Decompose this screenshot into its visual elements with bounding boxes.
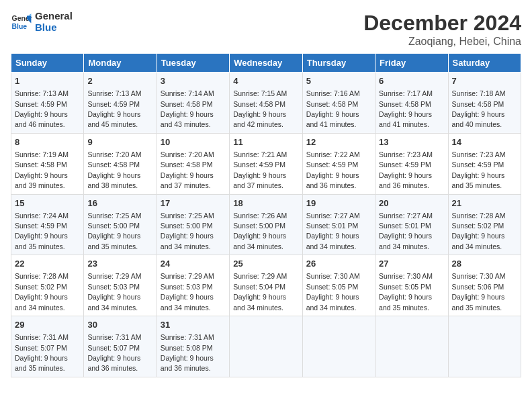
day-daylight: Daylight: 9 hours and 38 minutes. xyxy=(87,171,140,189)
page-header: General Blue General Blue December 2024 … xyxy=(11,11,521,48)
day-number: 23 xyxy=(87,258,152,270)
logo-line2: Blue xyxy=(35,22,73,34)
day-daylight: Daylight: 9 hours and 36 minutes. xyxy=(161,354,214,372)
day-number: 29 xyxy=(15,319,80,331)
day-sunrise: Sunrise: 7:31 AM xyxy=(161,333,214,341)
calendar-cell: 22Sunrise: 7:28 AMSunset: 5:02 PMDayligh… xyxy=(11,255,84,316)
day-daylight: Daylight: 9 hours and 34 minutes. xyxy=(306,293,359,311)
day-number: 24 xyxy=(161,258,226,270)
day-sunrise: Sunrise: 7:15 AM xyxy=(233,89,287,97)
day-number: 15 xyxy=(15,197,80,210)
day-number: 13 xyxy=(379,136,444,148)
day-sunset: Sunset: 5:01 PM xyxy=(306,222,359,230)
header-saturday: Saturday xyxy=(448,54,521,73)
calendar-cell: 11Sunrise: 7:21 AMSunset: 4:59 PMDayligh… xyxy=(230,133,302,194)
day-sunset: Sunset: 4:58 PM xyxy=(306,100,359,108)
day-sunrise: Sunrise: 7:13 AM xyxy=(15,89,69,97)
calendar-cell: 9Sunrise: 7:20 AMSunset: 4:58 PMDaylight… xyxy=(84,133,157,194)
day-sunset: Sunset: 5:04 PM xyxy=(233,283,285,291)
calendar-cell xyxy=(375,316,448,377)
header-friday: Friday xyxy=(375,54,448,73)
day-daylight: Daylight: 9 hours and 39 minutes. xyxy=(15,171,68,189)
calendar-cell: 23Sunrise: 7:29 AMSunset: 5:03 PMDayligh… xyxy=(84,255,157,316)
calendar-cell: 28Sunrise: 7:30 AMSunset: 5:06 PMDayligh… xyxy=(448,255,521,316)
day-number: 31 xyxy=(161,319,226,331)
day-daylight: Daylight: 9 hours and 40 minutes. xyxy=(452,110,505,128)
calendar-cell: 10Sunrise: 7:20 AMSunset: 4:58 PMDayligh… xyxy=(157,133,229,194)
calendar-cell: 26Sunrise: 7:30 AMSunset: 5:05 PMDayligh… xyxy=(302,255,375,316)
calendar-cell: 30Sunrise: 7:31 AMSunset: 5:07 PMDayligh… xyxy=(84,316,157,377)
calendar-cell: 14Sunrise: 7:23 AMSunset: 4:59 PMDayligh… xyxy=(448,133,521,194)
day-sunrise: Sunrise: 7:20 AM xyxy=(87,150,141,158)
calendar-cell: 17Sunrise: 7:25 AMSunset: 5:00 PMDayligh… xyxy=(157,194,229,255)
day-number: 20 xyxy=(379,197,444,210)
day-daylight: Daylight: 9 hours and 34 minutes. xyxy=(379,232,432,250)
day-number: 19 xyxy=(306,197,371,210)
day-sunrise: Sunrise: 7:26 AM xyxy=(233,212,287,220)
day-sunrise: Sunrise: 7:27 AM xyxy=(306,212,360,220)
day-sunrise: Sunrise: 7:31 AM xyxy=(87,333,141,341)
header-wednesday: Wednesday xyxy=(230,54,302,73)
day-number: 28 xyxy=(452,258,517,270)
logo: General Blue General Blue xyxy=(11,11,73,33)
day-daylight: Daylight: 9 hours and 37 minutes. xyxy=(161,171,214,189)
day-sunrise: Sunrise: 7:29 AM xyxy=(233,272,287,280)
day-sunset: Sunset: 5:03 PM xyxy=(161,283,213,291)
calendar-cell xyxy=(230,316,302,377)
day-number: 9 xyxy=(87,136,152,148)
day-sunset: Sunset: 5:03 PM xyxy=(87,283,140,291)
svg-text:Blue: Blue xyxy=(12,22,28,30)
calendar-cell: 2Sunrise: 7:13 AMSunset: 4:59 PMDaylight… xyxy=(84,73,157,134)
day-daylight: Daylight: 9 hours and 35 minutes. xyxy=(379,293,432,311)
day-daylight: Daylight: 9 hours and 35 minutes. xyxy=(452,293,505,311)
day-sunrise: Sunrise: 7:25 AM xyxy=(87,212,141,220)
day-sunset: Sunset: 4:58 PM xyxy=(87,161,140,169)
day-sunset: Sunset: 4:58 PM xyxy=(233,100,285,108)
calendar-cell: 5Sunrise: 7:16 AMSunset: 4:58 PMDaylight… xyxy=(302,73,375,134)
day-sunset: Sunset: 4:59 PM xyxy=(15,222,67,230)
calendar-week-2: 8Sunrise: 7:19 AMSunset: 4:58 PMDaylight… xyxy=(11,133,521,194)
calendar-week-1: 1Sunrise: 7:13 AMSunset: 4:59 PMDaylight… xyxy=(11,73,521,134)
day-sunrise: Sunrise: 7:23 AM xyxy=(379,150,433,158)
calendar-cell: 24Sunrise: 7:29 AMSunset: 5:03 PMDayligh… xyxy=(157,255,229,316)
day-sunset: Sunset: 4:59 PM xyxy=(87,100,140,108)
day-sunrise: Sunrise: 7:29 AM xyxy=(87,272,141,280)
calendar-cell: 12Sunrise: 7:22 AMSunset: 4:59 PMDayligh… xyxy=(302,133,375,194)
calendar-cell: 3Sunrise: 7:14 AMSunset: 4:58 PMDaylight… xyxy=(157,73,229,134)
header-sunday: Sunday xyxy=(11,54,84,73)
day-daylight: Daylight: 9 hours and 35 minutes. xyxy=(15,354,68,372)
day-sunset: Sunset: 4:58 PM xyxy=(379,100,431,108)
day-number: 4 xyxy=(233,75,298,87)
day-sunset: Sunset: 4:59 PM xyxy=(306,161,359,169)
day-number: 18 xyxy=(233,197,298,210)
header-thursday: Thursday xyxy=(302,54,375,73)
day-number: 16 xyxy=(87,197,152,210)
calendar-cell xyxy=(302,316,375,377)
day-sunrise: Sunrise: 7:23 AM xyxy=(452,150,506,158)
day-sunrise: Sunrise: 7:28 AM xyxy=(15,272,69,280)
day-sunset: Sunset: 5:00 PM xyxy=(87,222,140,230)
calendar-cell: 25Sunrise: 7:29 AMSunset: 5:04 PMDayligh… xyxy=(230,255,302,316)
day-number: 2 xyxy=(87,75,152,87)
day-number: 8 xyxy=(15,136,80,148)
day-number: 5 xyxy=(306,75,371,87)
day-daylight: Daylight: 9 hours and 43 minutes. xyxy=(161,110,214,128)
day-number: 26 xyxy=(306,258,371,270)
calendar-cell: 19Sunrise: 7:27 AMSunset: 5:01 PMDayligh… xyxy=(302,194,375,255)
calendar-cell: 6Sunrise: 7:17 AMSunset: 4:58 PMDaylight… xyxy=(375,73,448,134)
day-sunset: Sunset: 5:05 PM xyxy=(306,283,359,291)
day-number: 25 xyxy=(233,258,298,270)
day-number: 21 xyxy=(452,197,517,210)
day-daylight: Daylight: 9 hours and 34 minutes. xyxy=(87,293,140,311)
calendar-subtitle: Zaoqiang, Hebei, China xyxy=(363,36,521,48)
day-sunset: Sunset: 5:07 PM xyxy=(87,344,140,352)
day-sunset: Sunset: 5:01 PM xyxy=(379,222,431,230)
calendar-cell: 1Sunrise: 7:13 AMSunset: 4:59 PMDaylight… xyxy=(11,73,84,134)
calendar-week-4: 22Sunrise: 7:28 AMSunset: 5:02 PMDayligh… xyxy=(11,255,521,316)
day-sunset: Sunset: 5:06 PM xyxy=(452,283,504,291)
day-sunrise: Sunrise: 7:29 AM xyxy=(161,272,214,280)
day-sunset: Sunset: 4:58 PM xyxy=(161,100,213,108)
day-sunrise: Sunrise: 7:13 AM xyxy=(87,89,141,97)
calendar-cell: 8Sunrise: 7:19 AMSunset: 4:58 PMDaylight… xyxy=(11,133,84,194)
calendar-cell: 4Sunrise: 7:15 AMSunset: 4:58 PMDaylight… xyxy=(230,73,302,134)
